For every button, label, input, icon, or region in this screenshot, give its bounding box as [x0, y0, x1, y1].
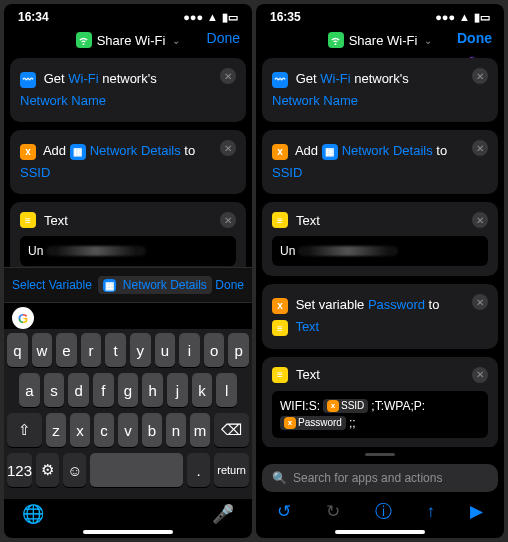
ssid-link[interactable]: SSID [20, 165, 50, 180]
token-icon: ▦ [322, 144, 338, 160]
undo-icon[interactable]: ↺ [277, 501, 291, 522]
settings-key[interactable]: ⚙ [36, 453, 59, 487]
key-e[interactable]: e [56, 333, 77, 367]
info-icon[interactable]: ⓘ [375, 500, 392, 523]
chevron-down-icon[interactable]: ⌄ [424, 35, 432, 46]
search-input[interactable]: 🔍 Search for apps and actions [262, 464, 498, 492]
network-details-chip[interactable]: ▦ Network Details [98, 276, 212, 294]
password-link[interactable]: Password [368, 297, 425, 312]
search-icon: 🔍 [272, 471, 287, 485]
mic-icon[interactable]: 🎤 [212, 503, 234, 525]
chevron-down-icon[interactable]: ⌄ [172, 35, 180, 46]
action-get-wifi[interactable]: ✕ 〰 Get Wi-Fi network's Network Name [10, 58, 246, 122]
actions-list: ✕ 〰 Get Wi-Fi network's Network Name ✕ x… [4, 58, 252, 267]
wifi-status-icon: ▲ [207, 11, 218, 23]
key-a[interactable]: a [19, 373, 40, 407]
return-key[interactable]: return [214, 453, 249, 487]
drag-handle[interactable] [365, 453, 395, 456]
share-icon[interactable]: ↑ [426, 502, 435, 522]
home-indicator[interactable] [335, 530, 425, 534]
network-name-link[interactable]: Network Name [20, 93, 106, 108]
var-pill-icon: x [20, 144, 36, 160]
key-r[interactable]: r [81, 333, 102, 367]
key-h[interactable]: h [142, 373, 163, 407]
key-p[interactable]: p [228, 333, 249, 367]
key-z[interactable]: z [46, 413, 66, 447]
key-m[interactable]: m [190, 413, 210, 447]
backspace-key[interactable]: ⌫ [214, 413, 249, 447]
phone-left: 16:34 ●●● ▲ ▮▭ Share Wi-Fi ⌄ Done ✕ 〰 Ge… [4, 4, 252, 538]
key-v[interactable]: v [118, 413, 138, 447]
network-details-link[interactable]: Network Details [90, 143, 181, 158]
numeric-key[interactable]: 123 [7, 453, 32, 487]
key-b[interactable]: b [142, 413, 162, 447]
play-icon[interactable]: ▶ [470, 501, 483, 522]
key-j[interactable]: j [167, 373, 188, 407]
network-details-link[interactable]: Network Details [342, 143, 433, 158]
period-key[interactable]: . [187, 453, 210, 487]
wifi-variable[interactable]: Wi-Fi [68, 71, 98, 86]
text-input[interactable]: Un [20, 236, 236, 266]
key-w[interactable]: w [32, 333, 53, 367]
action-text[interactable]: ✕ ≡ Text Un [10, 202, 246, 267]
close-icon[interactable]: ✕ [472, 367, 488, 383]
key-o[interactable]: o [204, 333, 225, 367]
status-icons: ●●● ▲ ▮▭ [435, 11, 490, 24]
key-s[interactable]: s [44, 373, 65, 407]
text-input-2[interactable]: WIFI:S: xSSID ;T:WPA;P: xPassword ;; [272, 391, 488, 438]
key-g[interactable]: g [118, 373, 139, 407]
status-icons: ●●● ▲ ▮▭ [183, 11, 238, 24]
status-bar: 16:34 ●●● ▲ ▮▭ [4, 4, 252, 26]
wifi-pill-icon: 〰 [272, 72, 288, 88]
wifi-variable[interactable]: Wi-Fi [320, 71, 350, 86]
key-t[interactable]: t [105, 333, 126, 367]
key-y[interactable]: y [130, 333, 151, 367]
key-c[interactable]: c [94, 413, 114, 447]
action-set-variable[interactable]: ✕ x Set variable Password to ≡ Text [262, 284, 498, 348]
select-variable-button[interactable]: Select Variable [12, 278, 92, 292]
wifi-icon [76, 32, 92, 48]
actions-list: ✕ 〰 Get Wi-Fi network's Network Name ✕ x… [256, 58, 504, 447]
key-d[interactable]: d [68, 373, 89, 407]
redacted-text [298, 246, 398, 256]
password-chip[interactable]: xPassword [280, 416, 346, 430]
key-q[interactable]: q [7, 333, 28, 367]
text-target-link[interactable]: Text [295, 319, 319, 334]
key-n[interactable]: n [166, 413, 186, 447]
key-k[interactable]: k [192, 373, 213, 407]
home-indicator[interactable] [83, 530, 173, 534]
action-add-to-variable[interactable]: ✕ x Add ▦Network Details to SSID [262, 130, 498, 194]
suggest-done-button[interactable]: Done [215, 278, 244, 292]
action-get-wifi[interactable]: ✕ 〰 Get Wi-Fi network's Network Name [262, 58, 498, 122]
google-icon[interactable]: G [12, 307, 34, 329]
status-time: 16:35 [270, 10, 301, 24]
status-time: 16:34 [18, 10, 49, 24]
action-add-to-variable[interactable]: ✕ x Add ▦Network Details to SSID [10, 130, 246, 194]
key-u[interactable]: u [155, 333, 176, 367]
key-f[interactable]: f [93, 373, 114, 407]
header-title: Share Wi-Fi [97, 33, 166, 48]
network-name-link[interactable]: Network Name [272, 93, 358, 108]
emoji-key[interactable]: ☺ [63, 453, 86, 487]
text-input[interactable]: Un [272, 236, 488, 266]
close-icon[interactable]: ✕ [472, 68, 488, 84]
key-x[interactable]: x [70, 413, 90, 447]
space-key[interactable] [90, 453, 183, 487]
action-text-2[interactable]: ✕ ≡ Text WIFI:S: xSSID ;T:WPA;P: xPasswo… [262, 357, 498, 447]
action-text[interactable]: ✕ ≡ Text Un [262, 202, 498, 276]
signal-icon: ●●● [435, 11, 455, 23]
ssid-chip[interactable]: xSSID [323, 399, 368, 413]
text-pill-icon: ≡ [20, 212, 36, 228]
var-pill-icon: x [272, 144, 288, 160]
ssid-link[interactable]: SSID [272, 165, 302, 180]
globe-icon[interactable]: 🌐 [22, 503, 44, 525]
shift-key[interactable]: ⇧ [7, 413, 42, 447]
status-bar: 16:35 ●●● ▲ ▮▭ [256, 4, 504, 26]
key-l[interactable]: l [216, 373, 237, 407]
done-button[interactable]: Done [457, 30, 492, 46]
done-button[interactable]: Done [207, 30, 240, 46]
key-i[interactable]: i [179, 333, 200, 367]
close-icon[interactable]: ✕ [220, 68, 236, 84]
redacted-text [46, 246, 146, 256]
search-placeholder: Search for apps and actions [293, 471, 442, 485]
